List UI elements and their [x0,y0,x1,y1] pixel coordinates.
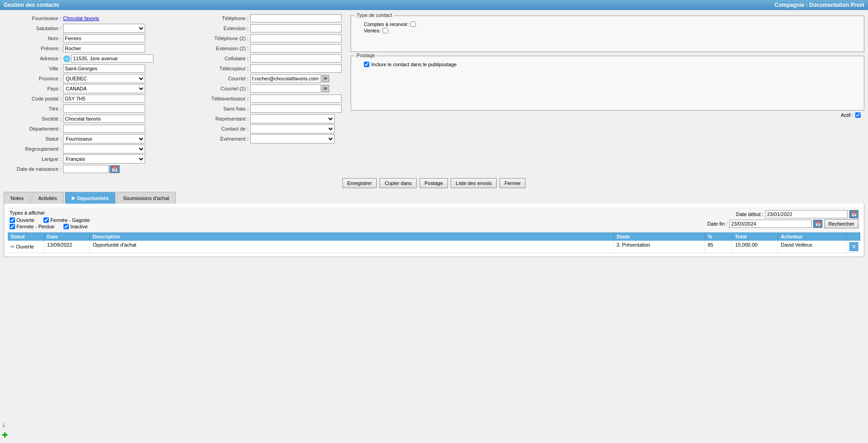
langue-select[interactable]: Français [63,154,145,163]
cell-stade: 3. Présentation [614,241,705,253]
inactive-checkbox[interactable] [63,224,69,229]
ventes-row: Ventes: [355,28,860,33]
ventes-checkbox[interactable] [383,28,388,33]
prenom-label: Prénom : [4,46,63,51]
representant-select[interactable] [250,114,335,123]
salutation-row: Salutation : [4,24,195,33]
regroupement-select[interactable] [63,144,145,153]
types-label: Types à afficher [10,210,90,216]
cell-acheteur: David Veilleux [778,241,847,253]
fermee-gagnee-checkbox[interactable] [43,217,49,223]
fermee-gagnee-label: Fermée - Gagnée [50,217,90,223]
regroupement-row: Regroupement : [4,144,195,153]
langue-row: Langue : Français [4,154,195,163]
societe-label: Société : [4,116,63,121]
rechercher-button[interactable]: Rechercher [824,219,858,228]
province-select[interactable]: QUÉBEC [63,74,145,83]
telephone-input[interactable] [250,14,342,22]
teleavertisseur-row: Téléavertisseur : [200,94,346,103]
fermer-button[interactable]: Fermer [500,178,526,188]
copier-dans-button[interactable]: Copier dans [379,178,416,188]
evenement-select[interactable] [250,134,335,143]
tab-activites[interactable]: Activités [32,192,64,204]
departement-input[interactable] [63,125,145,133]
adresse-input[interactable] [71,54,153,63]
tab-opportunites[interactable]: ▶ Opportunités [65,192,116,204]
type-contact-groupbox: Type de contact Comptes à recevoir: Vent… [351,16,864,52]
adresse-row: Adresse : 🌐 [4,54,195,63]
inclure-checkbox[interactable] [364,62,369,67]
ouverte-checkbox[interactable] [10,217,15,223]
telephone2-input[interactable] [250,34,342,42]
enregistrer-button[interactable]: Enregistrer [342,178,377,188]
code-postal-input[interactable] [63,95,145,103]
sans-frais-input[interactable] [250,105,342,113]
ville-label: Ville : [4,66,63,71]
nom-row: Nom : [4,34,195,43]
postage-groupbox: Postage Inclure le contact dans le publi… [351,56,864,111]
cell-statut: ✏ Ouverte [8,241,44,253]
date-debut-calendar-icon[interactable]: 📅 [849,210,858,218]
prenom-input[interactable] [63,44,145,53]
statut-select[interactable]: Fournisseur [63,134,145,143]
date-fin-calendar-icon[interactable]: 📅 [813,220,822,228]
teleavertisseur-input[interactable] [250,95,342,103]
cell-total: 15,000.00 [732,241,778,253]
courriel2-row: Courriel (2) : ✉ [200,84,346,93]
extension2-label: Extension (2) : [200,46,250,51]
departement-row: Département : [4,124,195,133]
courriel-row: Courriel : ✉ [200,74,346,83]
courriel2-send-icon[interactable]: ✉ [322,85,329,92]
courriel2-field-group: ✉ [250,84,329,93]
societe-row: Société : [4,114,195,123]
courriel-input[interactable] [250,74,321,83]
societe-input[interactable] [63,115,145,123]
ville-input[interactable] [63,64,145,73]
delete-button[interactable]: ✕ [849,242,858,251]
tab-activites-label: Activités [38,195,57,201]
fournisseur-link[interactable]: Chocolat favoris [63,16,99,21]
fermee-perdue-label: Fermée - Perdue [16,224,54,229]
tab-soumissions[interactable]: Soumissions d'achat [116,192,176,204]
contact-de-select[interactable] [250,124,335,133]
liste-envois-button[interactable]: Liste des envois [451,178,497,188]
cell-description: Opportunité d'achat [90,241,614,253]
actif-checkbox[interactable] [855,112,861,118]
edit-icon[interactable]: ✏ [11,244,15,250]
ventes-label: Ventes: [364,28,381,33]
date-fin-label: Date fin : [707,221,727,227]
fermee-perdue-checkbox[interactable] [10,224,15,229]
calendar-icon[interactable]: 📅 [110,165,120,173]
courriel-field-group: ✉ [250,74,329,83]
date-debut-label: Date début : [736,211,763,217]
header-date: Date [44,232,90,241]
extension2-input[interactable] [250,44,342,53]
pays-select[interactable]: CANADA [63,84,145,93]
telecopieur-input[interactable] [250,64,342,73]
map-icon[interactable]: 🌐 [63,55,70,62]
header-statut: Statut [8,232,44,241]
representant-row: Représentant : [200,114,346,123]
tab-opportunites-label: Opportunités [77,195,109,201]
nom-input[interactable] [63,34,145,42]
right-panel: Type de contact Comptes à recevoir: Vent… [351,14,864,174]
fournisseur-row: Fournisseur : Chocolat favoris [4,14,195,23]
date-naissance-input[interactable] [63,165,109,173]
extension-input[interactable] [250,24,342,32]
date-debut-input[interactable] [765,210,847,218]
extension-label: Extension : [200,26,250,31]
langue-label: Langue : [4,156,63,162]
cellulaire-input[interactable] [250,54,342,63]
courriel-send-icon[interactable]: ✉ [322,75,329,82]
courriel2-input[interactable] [250,84,321,93]
tab-notes[interactable]: Notes [4,192,31,204]
type-contact-title: Type de contact [355,12,394,18]
ville-row: Ville : [4,64,195,73]
salutation-select[interactable] [63,24,145,33]
code-postal-row: Code postal : [4,94,195,103]
date-fin-input[interactable] [729,220,811,228]
telecopieur-label: Télécopieur : [200,66,250,71]
comptes-recevoir-checkbox[interactable] [410,21,416,27]
postage-button[interactable]: Postage [420,178,448,188]
titre-input[interactable] [63,105,145,113]
